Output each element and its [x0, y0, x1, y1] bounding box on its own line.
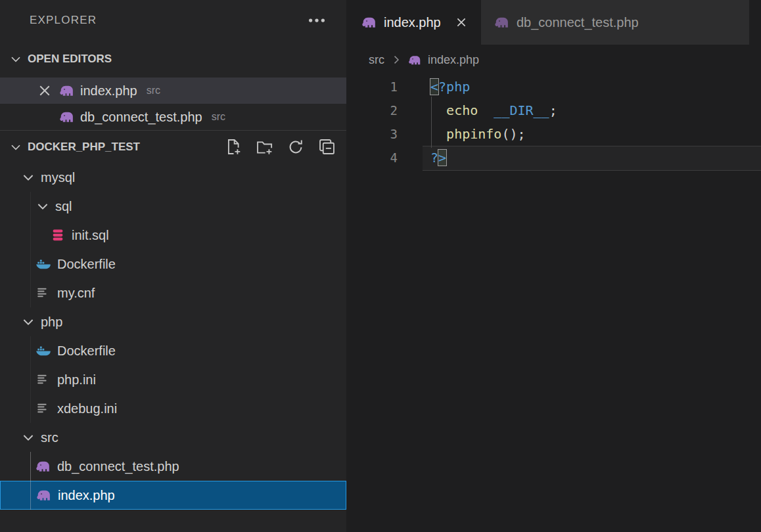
code-line-4: 4 ?>: [346, 146, 761, 169]
chevron-down-icon: [35, 199, 50, 213]
tree-item-label: php: [41, 315, 62, 330]
line-number[interactable]: 4: [346, 146, 398, 169]
tree-item-init-sql[interactable]: init.sql: [0, 221, 346, 250]
tab-db-connect-test-php[interactable]: db_connect_test.php: [481, 0, 749, 45]
php-icon: [35, 458, 51, 474]
function-phpinfo: phpinfo: [446, 126, 501, 142]
collapse-all-icon[interactable]: [318, 138, 336, 156]
open-editor-label: index.php: [80, 83, 137, 99]
magic-constant-dir: __DIR__: [494, 102, 549, 118]
line-number[interactable]: 1: [346, 75, 398, 99]
call-punctuation: ();: [501, 126, 525, 142]
vscode-window: EXPLORER OPEN EDITORS index.php src db_c…: [0, 0, 761, 532]
database-icon: [50, 227, 66, 243]
explorer-sidebar: EXPLORER OPEN EDITORS index.php src db_c…: [0, 0, 346, 532]
tab-index-php[interactable]: index.php: [346, 0, 481, 45]
tree-item-label: mysql: [41, 170, 75, 185]
tree-item-label: Dockerfile: [57, 344, 116, 359]
close-icon[interactable]: [37, 83, 53, 99]
tree-actions: [224, 138, 336, 156]
tree-item-php[interactable]: php: [0, 307, 346, 336]
chevron-right-icon: [390, 54, 402, 66]
tree-item-label: Dockerfile: [57, 257, 116, 272]
tree-item-label: init.sql: [72, 228, 109, 243]
breadcrumb-folder[interactable]: src: [369, 53, 384, 67]
tree-item-label: php.ini: [57, 372, 96, 388]
refresh-icon[interactable]: [287, 139, 304, 156]
php-icon: [408, 53, 422, 67]
tree-item-sql[interactable]: sql: [0, 192, 346, 221]
line-number[interactable]: 2: [346, 99, 398, 122]
tree-item-dockerfile-php[interactable]: Dockerfile: [0, 336, 346, 365]
indent: [430, 126, 446, 142]
open-editor-path-hint: src: [212, 111, 225, 123]
workspace-name: DOCKER_PHP_TEST: [28, 141, 224, 154]
spaces: [478, 102, 494, 118]
tree-item-label: my.cnf: [57, 286, 95, 301]
editor-group: index.php db_connect_test.php src index.…: [346, 0, 761, 532]
open-editor-index-php[interactable]: index.php src: [0, 78, 346, 104]
tree-item-label: sql: [55, 199, 72, 214]
open-editor-label: db_connect_test.php: [80, 110, 202, 125]
explorer-title: EXPLORER: [30, 14, 97, 27]
bracket-match-close: >: [438, 150, 446, 166]
chevron-down-icon: [9, 141, 22, 154]
tree-item-mysql[interactable]: mysql: [0, 163, 346, 192]
config-file-icon: [35, 372, 51, 388]
bracket-match-open: <: [430, 79, 438, 95]
php-icon: [361, 14, 377, 30]
tree-item-label: src: [41, 430, 58, 445]
code-text[interactable]: <?php: [398, 75, 470, 99]
tree-item-xdebug-ini[interactable]: xdebug.ini: [0, 394, 346, 423]
tree-item-my-cnf[interactable]: my.cnf: [0, 278, 346, 307]
tab-label: db_connect_test.php: [517, 15, 639, 30]
tree-item-label: xdebug.ini: [57, 401, 117, 416]
php-icon: [494, 14, 510, 30]
indent: [430, 102, 446, 118]
chevron-down-icon: [21, 315, 35, 329]
open-editors-header[interactable]: OPEN EDITORS: [0, 41, 346, 78]
sidebar-title-row: EXPLORER: [0, 0, 346, 41]
tree-section-header[interactable]: DOCKER_PHP_TEST: [0, 130, 346, 163]
chevron-down-icon: [21, 170, 35, 185]
code-line-1: 1 <?php: [346, 75, 761, 99]
config-file-icon: [35, 285, 51, 301]
new-file-icon[interactable]: [224, 138, 242, 156]
docker-icon: [35, 343, 51, 359]
spacer: [37, 109, 59, 125]
tree-item-label: index.php: [58, 488, 115, 503]
php-close-tag-q: ?: [430, 150, 438, 166]
docker-icon: [35, 256, 51, 272]
semicolon: ;: [549, 102, 557, 118]
code-line-2: 2 echo __DIR__;: [346, 99, 761, 122]
tree-item-label: db_connect_test.php: [57, 459, 179, 474]
tree-item-db-connect-test-php[interactable]: db_connect_test.php: [0, 452, 346, 481]
chevron-down-icon: [9, 53, 22, 66]
tree-item-dockerfile-mysql[interactable]: Dockerfile: [0, 250, 346, 278]
code-text[interactable]: echo __DIR__;: [398, 99, 557, 122]
php-icon: [59, 109, 75, 125]
close-icon[interactable]: [455, 16, 468, 29]
code-editor[interactable]: 1 <?php 2 echo __DIR__; 3 phpinfo(); 4 ?…: [346, 75, 761, 532]
config-file-icon: [35, 401, 51, 416]
tab-label: index.php: [384, 15, 441, 30]
code-text[interactable]: ?>: [398, 146, 446, 169]
code-text[interactable]: phpinfo();: [398, 122, 526, 146]
breadcrumb: src index.php: [346, 45, 761, 75]
code-line-3: 3 phpinfo();: [346, 122, 761, 146]
more-actions-icon[interactable]: [307, 11, 327, 30]
php-icon: [59, 83, 75, 99]
line-number[interactable]: 3: [346, 122, 398, 146]
tab-bar: index.php db_connect_test.php: [346, 0, 761, 45]
keyword-echo: echo: [446, 102, 478, 118]
php-icon: [36, 487, 52, 503]
breadcrumb-file[interactable]: index.php: [428, 53, 479, 67]
tree-item-index-php[interactable]: index.php: [0, 481, 346, 510]
open-editor-path-hint: src: [147, 85, 160, 97]
tree-item-src[interactable]: src: [0, 423, 346, 452]
open-editors-label: OPEN EDITORS: [28, 53, 112, 66]
new-folder-icon[interactable]: [256, 138, 273, 156]
php-open-tag: ?php: [438, 79, 470, 95]
open-editor-db-connect-test-php[interactable]: db_connect_test.php src: [0, 104, 346, 130]
tree-item-php-ini[interactable]: php.ini: [0, 365, 346, 394]
